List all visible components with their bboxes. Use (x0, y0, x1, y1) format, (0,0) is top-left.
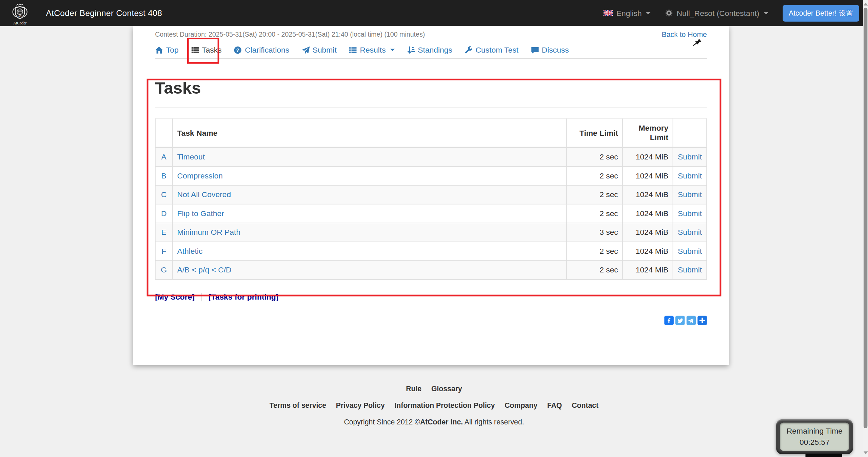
time-limit: 2 sec (566, 167, 623, 186)
home-icon (155, 46, 163, 54)
task-letter-link[interactable]: E (161, 228, 166, 236)
timer-label: Remaining Time (787, 426, 843, 437)
header-time-limit: Time Limit (566, 119, 623, 147)
top-navbar: AC AtCoder AtCoder Beginner Contest 408 … (0, 0, 868, 26)
task-name-link[interactable]: Timeout (177, 152, 205, 161)
my-score-link[interactable]: [My Score] (155, 292, 195, 301)
header-task-name: Task Name (173, 119, 567, 147)
task-letter-link[interactable]: G (161, 265, 167, 274)
question-circle-icon: ? (234, 46, 242, 54)
page: AC AtCoder AtCoder Beginner Contest 408 … (0, 0, 868, 457)
submit-link[interactable]: Submit (678, 247, 702, 255)
submit-link[interactable]: Submit (678, 171, 702, 180)
time-limit: 3 sec (566, 223, 623, 242)
facebook-share-icon[interactable] (664, 316, 674, 325)
submit-link[interactable]: Submit (678, 152, 702, 161)
faq-link[interactable]: FAQ (547, 401, 562, 409)
memory-limit: 1024 MiB (623, 167, 673, 186)
memory-limit: 1024 MiB (623, 223, 673, 242)
tab-tasks[interactable]: Tasks (191, 45, 222, 54)
remaining-time-widget[interactable]: Remaining Time 00:25:57 (776, 419, 853, 454)
atcoder-better-settings-button[interactable]: Atcoder Better! 设置 (783, 5, 859, 21)
tab-standings[interactable]: Standings (407, 45, 452, 54)
footer: Rule Glossary Terms of service Privacy P… (0, 384, 868, 426)
uk-flag-icon (604, 10, 613, 16)
gear-icon (665, 9, 673, 17)
task-name-link[interactable]: Compression (177, 171, 223, 180)
rule-link[interactable]: Rule (406, 384, 421, 393)
submit-link[interactable]: Submit (678, 265, 702, 274)
brand-wrap: AC AtCoder AtCoder Beginner Contest 408 (0, 0, 162, 26)
copyright: Copyright Since 2012 ©AtCoder Inc. All r… (0, 418, 868, 426)
tasks-for-printing-link[interactable]: [Tasks for printing] (209, 292, 279, 301)
task-name-link[interactable]: Athletic (177, 247, 202, 255)
scrollbar-thumb[interactable] (864, 8, 867, 428)
time-limit: 2 sec (566, 185, 623, 204)
comment-icon (531, 46, 539, 54)
table-row: C Not All Covered 2 sec 1024 MiB Submit (155, 185, 707, 204)
contact-link[interactable]: Contact (572, 401, 598, 409)
scrollbar[interactable] (863, 0, 868, 457)
task-name-link[interactable]: A/B < p/q < C/D (177, 265, 231, 274)
submit-link[interactable]: Submit (678, 209, 702, 218)
header-empty (155, 119, 173, 147)
divider (201, 293, 202, 301)
share-plus-icon[interactable] (697, 316, 707, 325)
timer-value: 00:25:57 (800, 437, 830, 448)
time-limit: 2 sec (566, 242, 623, 261)
tab-clarifications[interactable]: ? Clarifications (234, 45, 289, 54)
twitter-share-icon[interactable] (675, 316, 685, 325)
telegram-share-icon[interactable] (686, 316, 696, 325)
tab-custom-test[interactable]: Custom Test (465, 45, 518, 54)
table-row: G A/B < p/q < C/D 2 sec 1024 MiB Submit (155, 261, 707, 280)
logo-wordmark: AtCoder (13, 21, 26, 25)
submit-link[interactable]: Submit (678, 190, 702, 199)
memory-limit: 1024 MiB (623, 185, 673, 204)
task-letter-link[interactable]: C (161, 190, 167, 199)
atcoder-logo-icon[interactable]: AC AtCoder (8, 1, 32, 26)
footer-row-1: Rule Glossary (0, 384, 868, 393)
header-memory-limit: Memory Limit (623, 119, 673, 147)
sort-icon (407, 46, 415, 54)
task-name-link[interactable]: Minimum OR Path (177, 228, 240, 236)
tab-top[interactable]: Top (155, 45, 179, 54)
memory-limit: 1024 MiB (623, 242, 673, 261)
table-row: A Timeout 2 sec 1024 MiB Submit (155, 147, 707, 166)
back-to-home-link[interactable]: Back to Home (662, 31, 707, 39)
chevron-down-icon (646, 12, 651, 14)
submit-link[interactable]: Submit (678, 228, 702, 236)
share-buttons (664, 316, 707, 325)
tab-discuss[interactable]: Discuss (531, 45, 569, 54)
tab-submit[interactable]: Submit (301, 45, 337, 54)
terms-link[interactable]: Terms of service (270, 401, 326, 409)
task-name-link[interactable]: Not All Covered (177, 190, 231, 199)
contest-title[interactable]: AtCoder Beginner Contest 408 (46, 8, 162, 18)
time-limit: 2 sec (566, 204, 623, 223)
time-limit: 2 sec (566, 147, 623, 166)
divider (155, 108, 707, 108)
info-protection-link[interactable]: Information Protection Policy (394, 401, 495, 409)
privacy-link[interactable]: Privacy Policy (336, 401, 385, 409)
tasks-table: Task Name Time Limit Memory Limit A Time… (155, 118, 707, 280)
svg-text:?: ? (236, 47, 239, 53)
task-letter-link[interactable]: F (161, 247, 166, 255)
chevron-down-icon (764, 12, 768, 14)
bottom-links: [My Score] [Tasks for printing] (155, 292, 707, 301)
language-dropdown[interactable]: English (604, 8, 651, 17)
task-letter-link[interactable]: D (161, 209, 167, 218)
scroll-down-arrow-icon[interactable] (863, 452, 868, 454)
task-name-link[interactable]: Flip to Gather (177, 209, 224, 218)
memory-limit: 1024 MiB (623, 261, 673, 280)
header-empty (673, 119, 707, 147)
task-letter-link[interactable]: B (161, 171, 166, 180)
user-dropdown[interactable]: Null_Resot (Contestant) (665, 8, 768, 17)
pushpin-icon[interactable] (692, 37, 703, 47)
table-row: B Compression 2 sec 1024 MiB Submit (155, 167, 707, 186)
glossary-link[interactable]: Glossary (431, 384, 462, 393)
scroll-up-arrow-icon[interactable] (863, 3, 868, 5)
wrench-icon (465, 46, 473, 54)
tab-results[interactable]: Results (349, 45, 395, 54)
company-link[interactable]: Company (505, 401, 537, 409)
memory-limit: 1024 MiB (623, 204, 673, 223)
task-letter-link[interactable]: A (161, 152, 166, 161)
